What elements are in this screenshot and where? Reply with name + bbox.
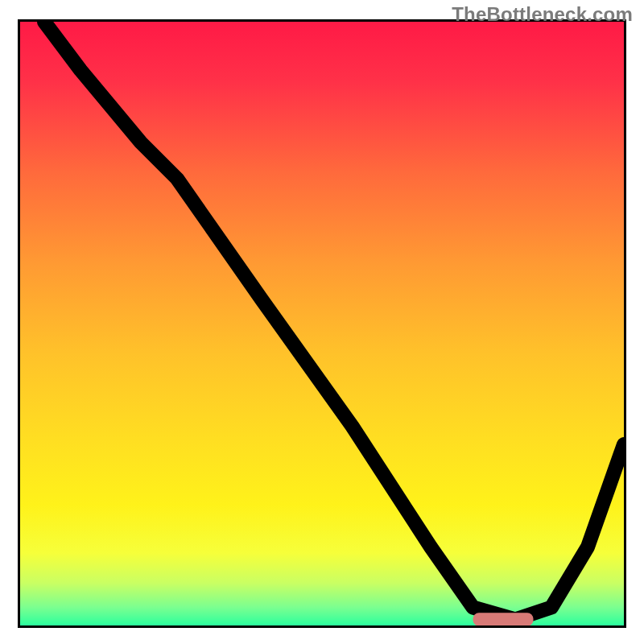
plot-svg: [20, 22, 624, 625]
optimal-marker: [473, 613, 534, 625]
plot-area: [18, 19, 626, 628]
watermark-text: TheBottleneck.com: [452, 3, 633, 26]
chart-frame: TheBottleneck.com: [0, 0, 644, 644]
